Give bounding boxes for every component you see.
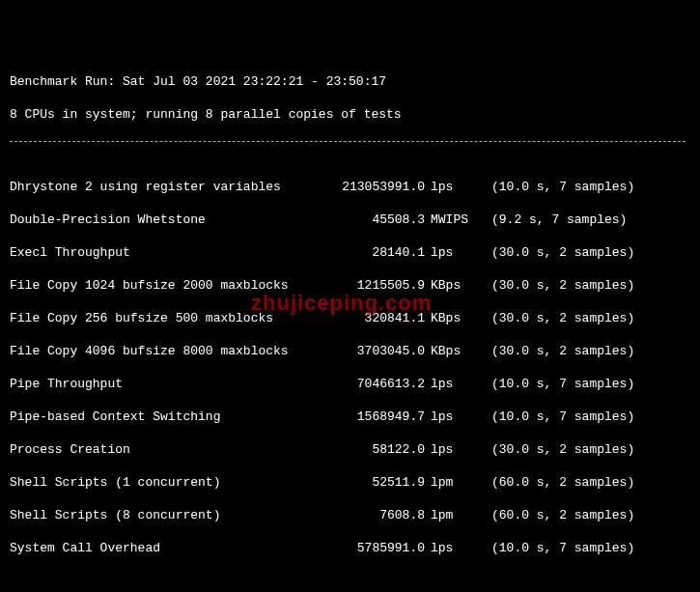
test-note: (10.0 s, 7 samples) <box>484 409 634 425</box>
test-value: 1215505.9 <box>319 277 425 294</box>
test-unit: lpm <box>425 474 484 491</box>
separator <box>10 141 686 142</box>
test-unit: lps <box>425 244 484 261</box>
benchmark-run-line: Benchmark Run: Sat Jul 03 2021 23:22:21 … <box>10 73 690 90</box>
test-unit: MWIPS <box>425 211 484 228</box>
test-unit: lps <box>425 409 484 425</box>
test-unit: lps <box>425 376 484 392</box>
test-row: Shell Scripts (1 concurrent)52511.9lpm(6… <box>10 474 690 491</box>
test-name: Shell Scripts (1 concurrent) <box>10 474 319 491</box>
test-note: (30.0 s, 2 samples) <box>484 310 634 326</box>
test-unit: KBps <box>425 343 484 359</box>
test-value: 5785991.0 <box>319 540 425 556</box>
test-note: (60.0 s, 2 samples) <box>484 507 634 523</box>
test-value: 7608.8 <box>319 507 425 523</box>
test-note: (10.0 s, 7 samples) <box>484 540 634 556</box>
test-unit: lps <box>425 441 484 458</box>
watermark-text: zhujiceping.com <box>251 295 432 311</box>
test-name: System Call Overhead <box>10 540 319 556</box>
test-note: (10.0 s, 7 samples) <box>484 376 634 392</box>
test-value: 58122.0 <box>319 441 425 458</box>
test-row: Process Creation58122.0lps(30.0 s, 2 sam… <box>10 441 690 458</box>
test-value: 28140.1 <box>319 244 425 261</box>
test-unit: lpm <box>425 507 484 523</box>
cpu-info-line: 8 CPUs in system; running 8 parallel cop… <box>10 106 690 123</box>
test-value: 320841.1 <box>319 310 425 326</box>
test-row: System Call Overhead5785991.0lps(10.0 s,… <box>10 540 690 556</box>
test-name: Pipe-based Context Switching <box>10 409 319 425</box>
test-value: 3703045.0 <box>319 343 425 359</box>
test-value: 45508.3 <box>319 211 425 228</box>
test-unit: KBps <box>425 277 484 294</box>
test-row: Shell Scripts (8 concurrent)7608.8lpm(60… <box>10 507 690 523</box>
test-note: (30.0 s, 2 samples) <box>484 244 634 261</box>
test-note: (30.0 s, 2 samples) <box>484 343 634 359</box>
test-note: (30.0 s, 2 samples) <box>484 277 634 294</box>
test-name: File Copy 256 bufsize 500 maxblocks <box>10 310 319 326</box>
blank-line <box>10 573 690 589</box>
test-name: Dhrystone 2 using register variables <box>10 179 319 195</box>
test-name: Execl Throughput <box>10 244 319 261</box>
test-row: File Copy 1024 bufsize 2000 maxblocks121… <box>10 277 690 294</box>
test-row: Pipe-based Context Switching1568949.7lps… <box>10 409 690 425</box>
test-value: 1568949.7 <box>319 409 425 425</box>
test-row: Dhrystone 2 using register variables2130… <box>10 179 690 195</box>
test-value: 7046613.2 <box>319 376 425 392</box>
test-name: Pipe Throughput <box>10 376 319 392</box>
test-unit: lps <box>425 540 484 556</box>
test-name: Process Creation <box>10 441 319 458</box>
test-note: (9.2 s, 7 samples) <box>484 211 627 228</box>
test-unit: KBps <box>425 310 484 326</box>
test-note: (60.0 s, 2 samples) <box>484 474 634 491</box>
test-name: Double-Precision Whetstone <box>10 211 319 228</box>
test-row: Execl Throughput28140.1lps(30.0 s, 2 sam… <box>10 244 690 261</box>
test-note: (10.0 s, 7 samples) <box>484 179 634 195</box>
test-row: File Copy 4096 bufsize 8000 maxblocks370… <box>10 343 690 359</box>
test-value: 213053991.0 <box>319 179 425 195</box>
test-value: 52511.9 <box>319 474 425 491</box>
test-unit: lps <box>425 179 484 195</box>
test-name: File Copy 1024 bufsize 2000 maxblocks <box>10 277 319 294</box>
test-row: Double-Precision Whetstone45508.3MWIPS(9… <box>10 211 690 228</box>
test-row: File Copy 256 bufsize 500 maxblocks32084… <box>10 310 690 326</box>
test-name: File Copy 4096 bufsize 8000 maxblocks <box>10 343 319 359</box>
test-row: Pipe Throughput7046613.2lps(10.0 s, 7 sa… <box>10 376 690 392</box>
test-name: Shell Scripts (8 concurrent) <box>10 507 319 523</box>
test-note: (30.0 s, 2 samples) <box>484 441 634 458</box>
